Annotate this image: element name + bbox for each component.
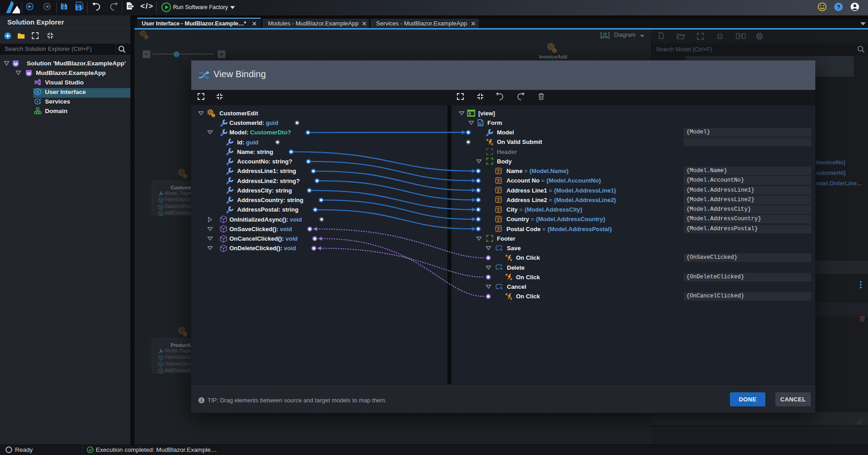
svg-text:M: M [27, 71, 31, 76]
svg-text:?: ? [837, 4, 840, 10]
svg-text:T: T [496, 197, 500, 203]
svg-text:T: T [496, 226, 500, 232]
svg-text:T: T [496, 216, 500, 222]
svg-text:M: M [14, 61, 18, 66]
svg-text:T: T [496, 207, 500, 212]
svg-text:T: T [496, 168, 500, 173]
svg-text:T: T [496, 178, 500, 183]
svg-text:T: T [496, 188, 500, 193]
